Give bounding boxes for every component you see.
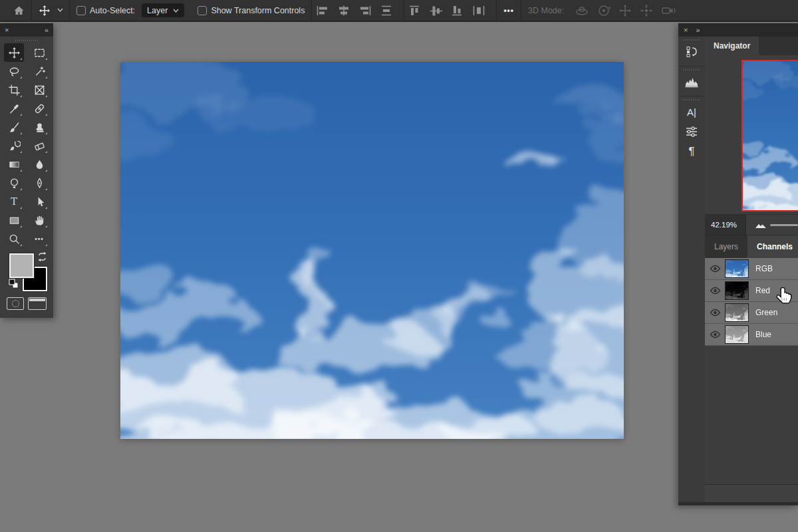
lasso-tool[interactable] (4, 62, 24, 80)
3d-mode-label: 3D Mode: (528, 6, 564, 15)
channels-panel-empty-area (705, 346, 798, 456)
layers-channels-tabs: Layers Channels (705, 235, 798, 258)
hand-pointer-cursor (775, 287, 793, 307)
tool-preset-chevron-icon[interactable] (57, 8, 63, 13)
path-selection-tool[interactable] (29, 192, 49, 211)
quick-mask-button[interactable] (7, 297, 24, 310)
magic-wand-tool[interactable] (29, 62, 49, 80)
channel-name: RGB (755, 264, 773, 273)
channel-row-blue[interactable]: Blue (705, 324, 798, 346)
paragraph-panel-icon[interactable]: ¶ (678, 142, 705, 162)
visibility-eye-icon[interactable] (705, 309, 725, 317)
brush-tool[interactable] (4, 118, 24, 136)
navigator-thumbnail[interactable] (741, 60, 798, 211)
channel-thumbnail-blue (725, 325, 749, 344)
sky-photo (120, 62, 624, 439)
move-tool-preset-icon[interactable] (39, 5, 51, 17)
align-right-edges-icon[interactable] (358, 5, 372, 17)
properties-panel-icon[interactable] (678, 122, 705, 142)
eyedropper-tool[interactable] (4, 99, 24, 118)
align-top-edges-icon[interactable] (408, 5, 422, 17)
tool-grid: T ••• (0, 43, 53, 248)
channels-panel-footer (705, 484, 798, 502)
default-colors-icon[interactable] (9, 279, 19, 289)
move-tool[interactable] (4, 43, 24, 62)
align-vertical-centers-icon[interactable] (429, 5, 444, 17)
rectangle-tool[interactable] (4, 211, 24, 229)
channel-name: Green (755, 308, 777, 317)
visibility-eye-icon[interactable] (705, 331, 725, 338)
3d-roll-icon (597, 4, 611, 17)
align-left-edges-icon[interactable] (315, 5, 330, 17)
clone-stamp-tool[interactable] (29, 118, 49, 136)
tools-panel-titlebar: × « (0, 23, 53, 37)
edit-toolbar-button[interactable]: ••• (29, 229, 49, 248)
expand-icon[interactable]: » (696, 27, 700, 34)
hand-tool[interactable] (29, 211, 49, 229)
histogram-panel-icon[interactable] (678, 72, 705, 92)
zoom-out-icon[interactable] (755, 222, 766, 228)
character-panel-icon[interactable]: A| (678, 102, 705, 122)
more-options-icon[interactable]: ••• (503, 6, 514, 15)
rectangular-marquee-tool[interactable] (29, 43, 49, 62)
tab-navigator[interactable]: Navigator (705, 37, 759, 55)
channel-thumbnail-green (725, 303, 749, 322)
quick-mask-icon (12, 300, 19, 307)
screen-mode-button[interactable] (28, 297, 47, 310)
navigator-panel-group: Navigator 42.19% Layers Channels RGB (705, 37, 798, 502)
blur-tool[interactable] (29, 155, 49, 174)
collapse-icon[interactable]: « (45, 27, 49, 34)
auto-select-checkbox[interactable] (76, 6, 86, 15)
3d-pan-icon (618, 4, 632, 17)
close-icon[interactable]: × (5, 27, 9, 34)
gradient-tool[interactable] (4, 155, 24, 174)
auto-select-label: Auto-Select: (90, 6, 135, 15)
channel-thumbnail-rgb (725, 259, 749, 278)
home-icon[interactable] (13, 5, 25, 16)
crop-tool[interactable] (4, 80, 24, 99)
tab-layers[interactable]: Layers (705, 235, 747, 258)
dock-titlebar: × » (678, 23, 798, 37)
color-swatches (0, 252, 53, 293)
dropdown-chevron-icon (173, 9, 179, 13)
document-canvas[interactable] (120, 62, 624, 439)
3d-orbit-icon (574, 4, 590, 17)
spot-healing-brush-tool[interactable] (29, 99, 49, 118)
channel-row-rgb[interactable]: RGB (705, 258, 798, 280)
pen-tool[interactable] (29, 174, 49, 192)
distribute-vertical-centers-icon[interactable] (379, 5, 394, 17)
auto-select-value: Layer (147, 6, 168, 15)
3d-camera-icon (660, 4, 678, 17)
foreground-color-swatch[interactable] (9, 253, 34, 278)
history-brush-tool[interactable] (4, 136, 24, 155)
channel-name: Blue (755, 330, 771, 339)
history-panel-icon[interactable] (678, 42, 705, 62)
align-horizontal-centers-icon[interactable] (336, 5, 351, 17)
dodge-tool[interactable] (4, 174, 24, 192)
3d-slide-icon (639, 4, 654, 17)
zoom-tool[interactable] (4, 229, 24, 248)
visibility-eye-icon[interactable] (705, 265, 725, 273)
tab-channels[interactable]: Channels (747, 235, 798, 258)
close-icon[interactable]: × (684, 27, 688, 34)
align-bottom-edges-icon[interactable] (450, 5, 465, 17)
tools-panel-grip[interactable] (15, 40, 38, 41)
show-transform-checkbox[interactable] (198, 6, 207, 15)
navigator-tab-row: Navigator (705, 37, 798, 55)
distribute-horizontal-centers-icon[interactable] (471, 5, 486, 17)
channel-thumbnail-red (725, 281, 749, 300)
swap-colors-icon[interactable] (37, 252, 47, 261)
type-tool[interactable]: T (4, 192, 24, 211)
navigator-zoom-row: 42.19% (705, 214, 798, 235)
zoom-level-field[interactable]: 42.19% (705, 215, 746, 235)
zoom-slider[interactable] (770, 224, 798, 226)
frame-tool[interactable] (29, 80, 49, 99)
show-transform-label: Show Transform Controls (211, 6, 305, 15)
visibility-eye-icon[interactable] (705, 287, 725, 295)
channel-name: Red (755, 286, 770, 295)
auto-select-layer-dropdown[interactable]: Layer (142, 3, 184, 17)
tools-panel: × « T ••• (0, 23, 53, 318)
eraser-tool[interactable] (29, 136, 49, 155)
collapsed-panels-column: A| ¶ (678, 37, 706, 502)
options-bar: Auto-Select: Layer Show Transform Contro… (0, 0, 798, 22)
